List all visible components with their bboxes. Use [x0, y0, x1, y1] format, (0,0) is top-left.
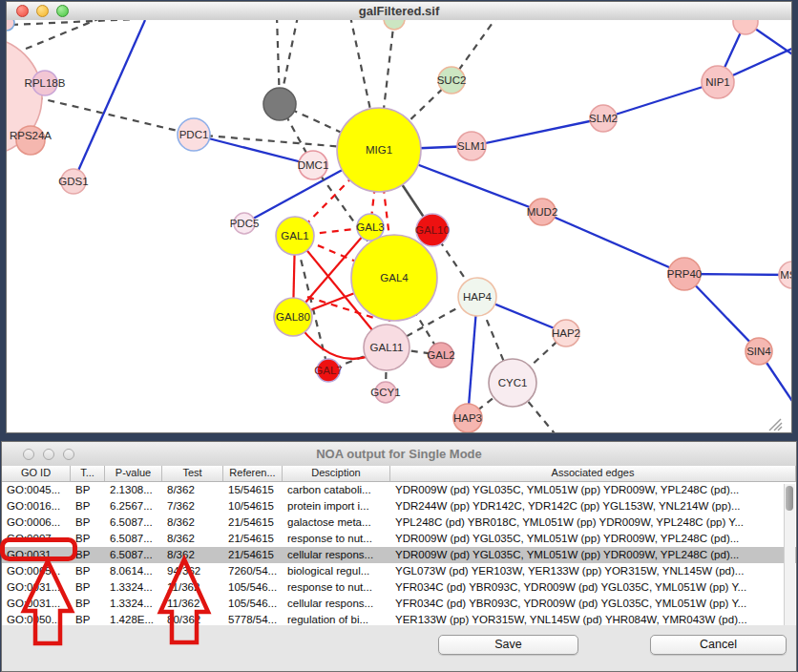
- graph-node-label: MIG1: [366, 144, 392, 156]
- graph-node-corner[interactable]: [7, 20, 14, 31]
- table-row[interactable]: GO:0031...BP1.3324...11/362105/546...cel…: [2, 596, 796, 612]
- table-cell: YPL248C (pd) YBR018C, YML051W (pp) YDR00…: [390, 514, 796, 531]
- table-cell: biological regul...: [283, 563, 390, 579]
- table-cell: YDR009W (pd) YGL035C, YML051W (pp) YDR00…: [390, 482, 796, 498]
- table-cell: GO:0031...: [2, 596, 71, 612]
- desktop: { "top_window": { "title": "galFiltered.…: [0, 0, 798, 672]
- graph-node-gray[interactable]: [263, 88, 296, 120]
- graph-node-label: GAL80: [276, 311, 310, 323]
- graph-node-label: MUD2: [527, 206, 558, 218]
- table-cell: galactose meta...: [283, 514, 390, 531]
- table-cell: YDR009W (pd) YGL035C, YML051W (pp) YDR00…: [390, 531, 796, 547]
- table-cell: 8/362: [162, 547, 223, 563]
- graph-node-label: GDS1: [58, 176, 88, 187]
- cancel-button[interactable]: Cancel: [650, 635, 787, 655]
- column-header-t-[interactable]: T...: [71, 466, 105, 481]
- table-cell: 94/362: [162, 563, 223, 579]
- noa-output-window: NOA output for Single Mode GO IDT...P-va…: [1, 441, 797, 672]
- save-button[interactable]: Save: [438, 635, 578, 655]
- table-cell: 2.1308...: [105, 482, 162, 498]
- table-cell: GO:0045...: [2, 482, 71, 498]
- graph-edge: [11, 20, 198, 25]
- column-header-associated-edges[interactable]: Associated edges: [390, 466, 796, 481]
- results-table: GO IDT...P-valueTestReferen...Desciption…: [2, 466, 796, 628]
- table-cell: 21/54615: [223, 531, 283, 547]
- network-window-titlebar[interactable]: galFiltered.sif: [7, 2, 791, 21]
- graph-node-label: SUC2: [437, 74, 467, 86]
- table-cell: GO:0006...: [2, 514, 71, 531]
- graph-node-label: CYC1: [498, 377, 528, 388]
- table-cell: GO:0031...: [2, 547, 71, 563]
- table-header-row: GO IDT...P-valueTestReferen...Desciption…: [2, 466, 796, 482]
- graph-node-label: GAL11: [370, 342, 404, 353]
- vertical-scrollbar[interactable]: [784, 484, 795, 625]
- graph-node-toppink[interactable]: [733, 20, 758, 34]
- graph-edge: [542, 212, 684, 274]
- table-cell: 6.5087...: [105, 547, 162, 563]
- column-header-p-value[interactable]: P-value: [105, 466, 162, 481]
- table-cell: 105/546...: [223, 579, 283, 596]
- table-cell: 15/54615: [223, 482, 283, 498]
- table-row[interactable]: GO:0016...BP6.2567...7/36210/54615protei…: [2, 498, 796, 514]
- table-cell: BP: [71, 498, 105, 514]
- table-row[interactable]: GO:0065...BP8.0614...94/3627260/54...bio…: [2, 563, 796, 579]
- table-cell: YFR034C (pd) YBR093C, YDR009W (pd) YGL03…: [390, 596, 796, 612]
- column-header-referen-[interactable]: Referen...: [223, 466, 283, 481]
- table-cell: cellular respons...: [283, 547, 390, 563]
- table-cell: BP: [71, 547, 105, 563]
- graph-edge: [74, 20, 145, 181]
- table-cell: YFR034C (pd) YBR093C, YDR009W (pd) YGL03…: [390, 579, 796, 596]
- table-cell: 8.0614...: [105, 563, 162, 579]
- table-cell: 11/362: [162, 596, 223, 612]
- window-title: galFiltered.sif: [7, 4, 791, 18]
- table-cell: GO:0007...: [2, 531, 71, 547]
- table-cell: response to nut...: [283, 531, 390, 547]
- graph-node-label: GAL7: [314, 365, 342, 376]
- graph-node-label: RPS24A: [10, 130, 52, 141]
- table-cell: 7/362: [162, 498, 223, 514]
- table-cell: BP: [71, 596, 105, 612]
- noa-window-titlebar[interactable]: NOA output for Single Mode: [2, 442, 796, 467]
- graph-node-label: MSN: [780, 269, 791, 281]
- graph-node-label: GAL1: [281, 230, 308, 242]
- table-cell: 11/362: [162, 579, 223, 596]
- table-cell: GO:0031...: [2, 579, 71, 596]
- table-cell: protein import i...: [283, 498, 390, 514]
- table-cell: BP: [71, 514, 105, 531]
- network-canvas[interactable]: RPL18BRPS24AGDS1PDC1DMC1MIG1SUC2SLM1NIP1…: [7, 20, 791, 432]
- resize-grip[interactable]: [778, 427, 782, 430]
- table-cell: 1.3324...: [105, 596, 162, 612]
- table-row[interactable]: GO:0007...BP6.5087...8/36221/54615respon…: [2, 531, 796, 547]
- column-header-test[interactable]: Test: [162, 466, 223, 481]
- table-cell: 8/362: [162, 531, 223, 547]
- table-row[interactable]: GO:0031...BP6.5087...8/36221/54615cellul…: [2, 547, 796, 563]
- dialog-footer: Save Cancel: [2, 625, 796, 671]
- graph-edge: [194, 135, 313, 165]
- graph-node-label: PDC5: [230, 218, 260, 229]
- graph-node-label: NIP1: [705, 76, 730, 88]
- graph-node-label: GAL10: [415, 224, 450, 236]
- table-row[interactable]: GO:0006...BP6.5087...8/36221/54615galact…: [2, 514, 796, 531]
- table-cell: 10/54615: [223, 498, 283, 514]
- graph-node-label: GAL4: [380, 272, 409, 284]
- table-row[interactable]: GO:0045...BP2.1308...8/36215/54615carbon…: [2, 482, 796, 498]
- table-cell: response to nut...: [283, 579, 390, 596]
- graph-node-label: PRP40: [667, 268, 702, 280]
- table-body: GO:0045...BP2.1308...8/36215/54615carbon…: [2, 482, 796, 628]
- graph-node-topgreen[interactable]: [384, 20, 405, 30]
- table-cell: GO:0065...: [2, 563, 71, 579]
- table-cell: YDR244W (pp) YDR142C, YDR142C (pp) YGL15…: [390, 498, 796, 514]
- table-cell: 6.5087...: [105, 531, 162, 547]
- network-window: galFiltered.sif RPL18BRPS24AGDS1PDC1DMC1…: [6, 1, 792, 433]
- table-cell: BP: [71, 563, 105, 579]
- scrollbar-thumb[interactable]: [786, 486, 793, 511]
- graph-edge: [472, 118, 603, 146]
- table-row[interactable]: GO:0031...BP1.3324...11/362105/546...res…: [2, 579, 796, 596]
- graph-node-label: PDC1: [179, 129, 209, 140]
- column-header-desciption[interactable]: Desciption: [283, 466, 390, 481]
- graph-node-label: GAL3: [356, 221, 384, 233]
- column-header-go-id[interactable]: GO ID: [2, 466, 71, 481]
- graph-node-label: SLM2: [589, 113, 618, 124]
- table-cell: YGL073W (pd) YER103W, YER133W (pp) YOR31…: [390, 563, 796, 579]
- table-cell: 1.3324...: [105, 579, 162, 596]
